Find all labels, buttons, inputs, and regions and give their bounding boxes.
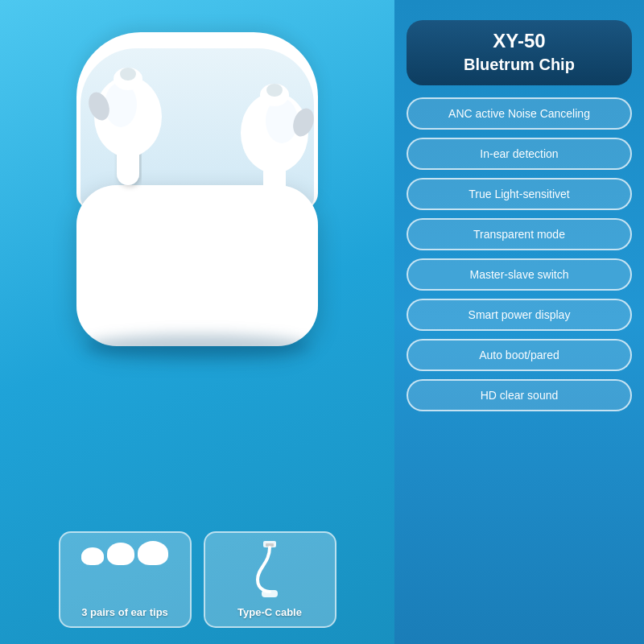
feature-label-smart-power: Smart power display [469, 308, 571, 321]
feature-label-anc: ANC active Noise Canceling [448, 107, 590, 120]
feature-label-in-ear: In-ear detection [480, 147, 558, 160]
ear-tips-icons [81, 541, 168, 565]
feature-pill-light: True Light-sensitivet [407, 178, 632, 210]
feature-pill-in-ear: In-ear detection [407, 138, 632, 170]
ear-tips-label: 3 pairs of ear tips [81, 606, 168, 618]
feature-pill-hd-sound: HD clear sound [407, 379, 632, 411]
left-panel: 3 pairs of ear tips Type-C cable [0, 0, 394, 644]
feature-label-master-slave: Master-slave switch [470, 268, 569, 281]
ear-tips-box: 3 pairs of ear tips [59, 531, 192, 628]
ear-tip-medium [107, 543, 134, 565]
cable-label: Type-C cable [237, 606, 302, 618]
feature-pill-auto-boot: Auto boot/pared [407, 339, 632, 371]
feature-label-light: True Light-sensitivet [469, 188, 570, 200]
accessories-section: 3 pairs of ear tips Type-C cable [16, 531, 378, 628]
features-list: ANC active Noise CancelingIn-ear detecti… [407, 97, 632, 411]
led-dot-2 [193, 278, 201, 286]
ear-tip-large [138, 541, 168, 565]
svg-point-4 [120, 68, 136, 80]
product-model: XY-50 [427, 30, 612, 53]
feature-pill-smart-power: Smart power display [407, 299, 632, 331]
ear-tip-small [81, 547, 104, 565]
led-dot-3 [208, 278, 216, 286]
cable-icon [246, 539, 294, 603]
page-container: 3 pairs of ear tips Type-C cable [0, 0, 644, 644]
feature-label-auto-boot: Auto boot/pared [479, 349, 559, 361]
earbud-left [76, 48, 181, 193]
earbuds-image [44, 32, 350, 370]
cable-box: Type-C cable [204, 531, 336, 628]
feature-pill-transparent: Transparent mode [407, 218, 632, 250]
feature-label-transparent: Transparent mode [473, 228, 565, 241]
svg-point-10 [266, 84, 283, 97]
feature-label-hd-sound: HD clear sound [481, 389, 559, 402]
earbud-right [221, 64, 326, 209]
led-dots [179, 278, 216, 286]
product-title-box: XY-50 Bluetrum Chip [407, 20, 632, 85]
right-panel: XY-50 Bluetrum Chip ANC active Noise Can… [394, 0, 644, 644]
feature-pill-anc: ANC active Noise Canceling [407, 97, 632, 130]
feature-pill-master-slave: Master-slave switch [407, 258, 632, 291]
case-shadow [85, 334, 310, 358]
svg-rect-14 [262, 590, 278, 597]
led-dot-1 [179, 278, 187, 286]
product-chip: Bluetrum Chip [427, 53, 612, 76]
